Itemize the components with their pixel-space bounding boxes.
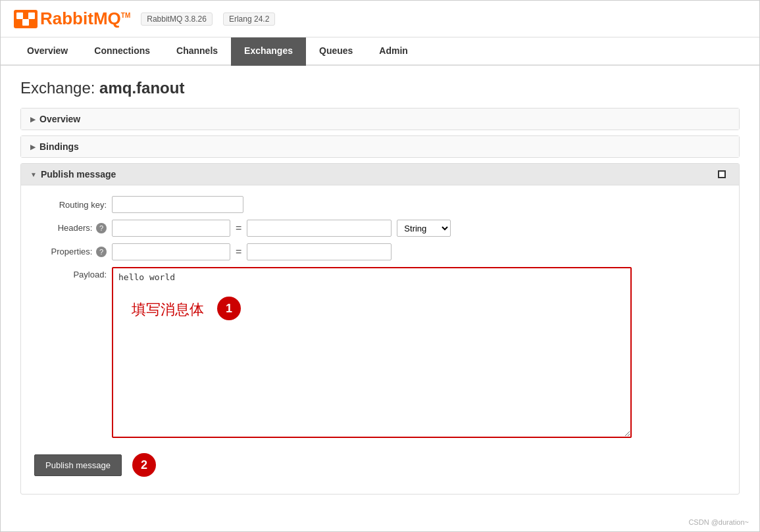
chevron-right-icon: ▶ bbox=[30, 116, 36, 123]
chevron-right-icon-2: ▶ bbox=[30, 143, 36, 151]
headers-row: Headers: ? = String Integer Boolean bbox=[34, 220, 726, 237]
properties-key-input[interactable] bbox=[112, 243, 230, 260]
nav-item-queues[interactable]: Queues bbox=[306, 37, 366, 66]
header: RabbitMQTM RabbitMQ 3.8.26 Erlang 24.2 bbox=[1, 1, 759, 37]
routing-key-label: Routing key: bbox=[34, 200, 107, 210]
svg-rect-1 bbox=[16, 12, 23, 19]
publish-message-button[interactable]: Publish message bbox=[34, 454, 122, 476]
payload-wrapper: hello world 填写消息体 1 bbox=[112, 267, 632, 440]
properties-label: Properties: ? bbox=[34, 247, 107, 257]
annotation-badge-2: 2 bbox=[132, 453, 156, 477]
properties-help-icon[interactable]: ? bbox=[96, 247, 107, 257]
payload-textarea[interactable]: hello world bbox=[112, 267, 632, 438]
payload-label: Payload: bbox=[34, 267, 107, 279]
properties-value-input[interactable] bbox=[247, 243, 392, 260]
rabbitmq-logo-icon bbox=[14, 10, 38, 28]
resize-icon bbox=[718, 170, 726, 178]
headers-label: Headers: ? bbox=[34, 223, 107, 233]
nav-item-channels[interactable]: Channels bbox=[163, 37, 231, 66]
headers-eq-sign: = bbox=[236, 222, 241, 234]
section-publish-message: ▼ Publish message Routing key: Headers: … bbox=[20, 163, 740, 495]
footer-watermark: CSDN @duration~ bbox=[688, 518, 749, 526]
chevron-down-icon: ▼ bbox=[30, 171, 37, 178]
version-erlang-badge: Erlang 24.2 bbox=[223, 12, 275, 26]
section-overview: ▶ Overview bbox=[20, 108, 740, 130]
nav-item-overview[interactable]: Overview bbox=[14, 37, 81, 66]
headers-help-icon[interactable]: ? bbox=[96, 223, 107, 233]
section-publish-header[interactable]: ▼ Publish message bbox=[21, 164, 739, 185]
svg-rect-3 bbox=[22, 19, 29, 26]
section-publish-body: Routing key: Headers: ? = String Integer bbox=[21, 185, 739, 494]
section-bindings-label: Bindings bbox=[39, 141, 79, 152]
version-rabbitmq-badge: RabbitMQ 3.8.26 bbox=[141, 12, 213, 26]
main-nav: Overview Connections Channels Exchanges … bbox=[1, 37, 759, 66]
main-content: Exchange: amq.fanout ▶ Overview ▶ Bindin… bbox=[1, 66, 759, 513]
section-overview-header[interactable]: ▶ Overview bbox=[21, 109, 739, 130]
section-bindings-header[interactable]: ▶ Bindings bbox=[21, 136, 739, 157]
properties-eq-sign: = bbox=[236, 246, 241, 258]
payload-row: Payload: hello world 填写消息体 1 bbox=[34, 267, 726, 440]
page-title: Exchange: amq.fanout bbox=[20, 79, 740, 97]
routing-key-input[interactable] bbox=[112, 196, 243, 213]
logo-text: RabbitMQTM bbox=[40, 9, 130, 29]
section-bindings: ▶ Bindings bbox=[20, 135, 740, 158]
routing-key-row: Routing key: bbox=[34, 196, 726, 213]
nav-item-admin[interactable]: Admin bbox=[366, 37, 421, 66]
properties-row: Properties: ? = bbox=[34, 243, 726, 260]
headers-key-input[interactable] bbox=[112, 220, 230, 237]
headers-value-input[interactable] bbox=[247, 220, 392, 237]
section-publish-label: Publish message bbox=[41, 169, 116, 180]
logo: RabbitMQTM bbox=[14, 9, 130, 29]
headers-type-select[interactable]: String Integer Boolean bbox=[397, 220, 451, 237]
section-overview-label: Overview bbox=[39, 114, 80, 124]
nav-item-exchanges[interactable]: Exchanges bbox=[231, 37, 306, 66]
publish-button-row: Publish message 2 bbox=[34, 447, 726, 483]
nav-item-connections[interactable]: Connections bbox=[81, 37, 163, 66]
svg-rect-2 bbox=[28, 12, 35, 19]
